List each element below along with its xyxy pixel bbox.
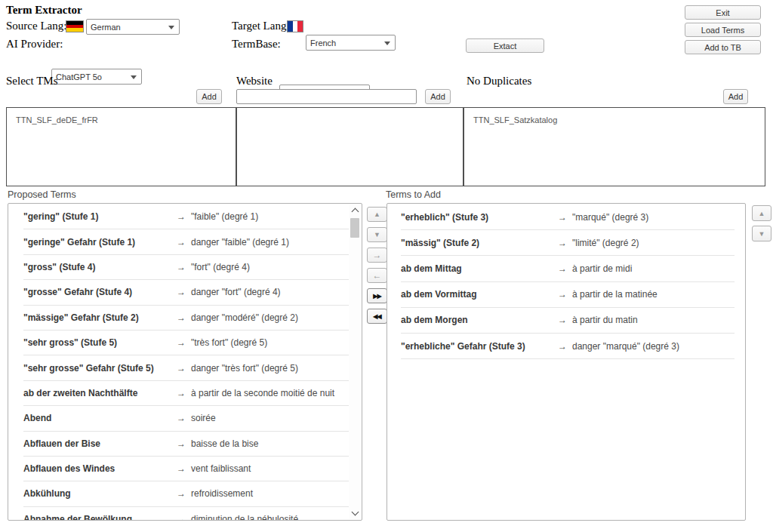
term-target: vent faiblissant xyxy=(191,463,251,474)
term-row[interactable]: "sehr gross" (Stufe 5) → "très fort" (de… xyxy=(23,331,349,355)
list-item[interactable]: TTN_SLF_deDE_frFR xyxy=(16,115,226,125)
scrollbar-thumb[interactable] xyxy=(350,218,359,238)
arrow-icon: → xyxy=(558,212,567,223)
term-row[interactable]: ab der zweiten Nachthälfte → à partir de… xyxy=(23,381,349,406)
term-source: ab dem Mittag xyxy=(401,263,558,274)
arrow-icon: → xyxy=(177,438,186,449)
term-target: danger "très fort" (degré 5) xyxy=(191,363,298,374)
term-row[interactable]: "mässig" (Stufe 2) → "limité" (degré 2) xyxy=(401,230,735,256)
term-target: "très fort" (degré 5) xyxy=(191,337,267,348)
term-row[interactable]: Abflauen der Bise → baisse de la bise xyxy=(23,432,349,457)
term-row[interactable]: "geringe" Gefahr (Stufe 1) → danger "fai… xyxy=(23,229,349,254)
reorder-down-button[interactable]: ▼ xyxy=(752,226,771,241)
selected-tms-list[interactable]: TTN_SLF_deDE_frFR xyxy=(7,108,236,186)
term-row[interactable]: "gross" (Stufe 4) → "fort" (degré 4) xyxy=(23,255,349,280)
add-to-tb-button[interactable]: Add to TB xyxy=(685,40,761,54)
move-right-button[interactable]: → xyxy=(367,248,387,263)
term-source: ab dem Vormittag xyxy=(401,289,558,300)
arrow-up-icon: ▲ xyxy=(759,210,765,217)
term-source: Abflauen der Bise xyxy=(23,438,177,449)
term-target: "marqué" (degré 3) xyxy=(572,212,648,223)
term-source: "mässig" (Stufe 2) xyxy=(401,238,558,248)
source-lang-select[interactable]: German xyxy=(86,19,180,35)
terms-to-add-listbox: "erheblich" (Stufe 3) → "marqué" (degré … xyxy=(386,203,746,521)
move-left-button[interactable]: ← xyxy=(367,268,387,283)
term-source: Abnahme der Bewölkung xyxy=(23,514,177,520)
proposed-terms-listbox: "gering" (Stufe 1) → "faible" (degré 1) … xyxy=(8,203,362,521)
term-source: Abend xyxy=(23,413,177,423)
extract-button[interactable]: Extact xyxy=(466,38,544,53)
term-source: Abkühlung xyxy=(23,488,177,499)
term-source: "sehr gross" (Stufe 5) xyxy=(23,337,177,348)
term-row[interactable]: ab dem Mittag → à partir de midi xyxy=(401,256,735,281)
term-row[interactable]: "gering" (Stufe 1) → "faible" (degré 1) xyxy=(23,204,349,229)
arrow-down-icon: ▼ xyxy=(374,232,380,238)
chevron-down-icon xyxy=(351,509,359,516)
term-target: à partir de la matinée xyxy=(572,289,658,300)
term-target: à partir de la seconde moitié de nuit xyxy=(191,388,334,398)
arrow-icon: → xyxy=(177,237,186,248)
no-duplicates-label: No Duplicates xyxy=(467,75,531,88)
arrow-right-icon: → xyxy=(373,251,382,260)
term-row[interactable]: "mässige" Gefahr (Stufe 2) → danger "mod… xyxy=(23,306,349,331)
select-tms-add-button[interactable]: Add xyxy=(196,89,222,104)
proposed-terms-label: Proposed Terms xyxy=(8,189,76,200)
term-source: "gering" (Stufe 1) xyxy=(23,211,177,222)
arrow-icon: → xyxy=(177,488,186,499)
chevron-up-icon xyxy=(351,208,359,216)
term-extractor-window: Term Extractor Source Lang: German Targe… xyxy=(0,0,773,532)
term-row[interactable]: Abnahme der Bewölkung → diminution de la… xyxy=(23,507,349,520)
website-label: Website xyxy=(236,75,273,88)
arrow-left-icon: ← xyxy=(373,271,382,280)
exit-button[interactable]: Exit xyxy=(685,5,761,20)
term-row[interactable]: ab dem Vormittag → à partir de la matiné… xyxy=(401,282,735,308)
term-source: "mässige" Gefahr (Stufe 2) xyxy=(23,312,177,323)
term-source: "gross" (Stufe 4) xyxy=(23,262,177,272)
tm-lists-box: TTN_SLF_deDE_frFR TTN_SLF_Satzkatalog xyxy=(6,107,765,186)
website-list[interactable] xyxy=(237,108,463,186)
no-duplicates-add-button[interactable]: Add xyxy=(723,89,748,104)
website-input[interactable] xyxy=(236,89,417,104)
move-all-right-button[interactable]: ▶▶ xyxy=(367,288,387,303)
term-row[interactable]: Abkühlung → refroidissement xyxy=(23,481,349,506)
scroll-up-button[interactable] xyxy=(349,204,361,217)
target-lang-value: French xyxy=(310,38,336,48)
reorder-up-button[interactable]: ▲ xyxy=(752,205,771,221)
website-add-button[interactable]: Add xyxy=(425,89,451,104)
arrow-icon: → xyxy=(177,514,186,520)
target-lang-select[interactable]: French xyxy=(306,35,396,51)
list-item[interactable]: TTN_SLF_Satzkatalog xyxy=(473,115,756,125)
arrow-up-icon: ▲ xyxy=(374,211,380,218)
scroll-down-button[interactable] xyxy=(349,507,361,519)
term-row[interactable]: "erheblich" (Stufe 3) → "marqué" (degré … xyxy=(401,204,735,230)
term-target: baisse de la bise xyxy=(191,438,258,449)
term-row[interactable]: Abflauen des Windes → vent faiblissant xyxy=(23,457,349,481)
term-row[interactable]: "sehr grosse" Gefahr (Stufe 5) → danger … xyxy=(23,355,349,380)
move-down-button[interactable]: ▼ xyxy=(367,227,387,242)
no-duplicates-list[interactable]: TTN_SLF_Satzkatalog xyxy=(464,108,765,186)
arrow-icon: → xyxy=(177,337,186,348)
term-row[interactable]: Abend → soirée xyxy=(23,406,349,431)
arrow-icon: → xyxy=(177,463,186,474)
term-source: "erhebliche" Gefahr (Stufe 3) xyxy=(401,341,558,352)
move-up-button[interactable]: ▲ xyxy=(367,207,387,222)
app-title: Term Extractor xyxy=(6,4,82,17)
term-row[interactable]: "erhebliche" Gefahr (Stufe 3) → danger "… xyxy=(401,334,735,359)
term-row[interactable]: ab dem Morgen → à partir du matin xyxy=(401,308,735,334)
term-target: à partir de midi xyxy=(572,263,632,274)
proposed-terms-scrollbar[interactable] xyxy=(349,204,361,519)
load-terms-button[interactable]: Load Terms xyxy=(685,23,761,37)
double-arrow-right-icon: ▶▶ xyxy=(373,293,380,300)
term-target: "faible" (degré 1) xyxy=(191,211,258,222)
arrow-icon: → xyxy=(177,413,186,423)
arrow-icon: → xyxy=(177,388,186,398)
term-target: "fort" (degré 4) xyxy=(191,262,250,272)
german-flag-icon xyxy=(66,20,84,32)
arrow-icon: → xyxy=(558,289,567,300)
term-target: danger "fort" (degré 4) xyxy=(191,287,281,297)
move-all-left-button[interactable]: ◀◀ xyxy=(367,309,387,324)
ai-provider-select[interactable]: ChatGPT 5o xyxy=(51,69,142,85)
source-lang-value: German xyxy=(91,23,121,32)
term-row[interactable]: "grosse" Gefahr (Stufe 4) → danger "fort… xyxy=(23,280,349,305)
term-target: danger "marqué" (degré 3) xyxy=(572,341,679,352)
